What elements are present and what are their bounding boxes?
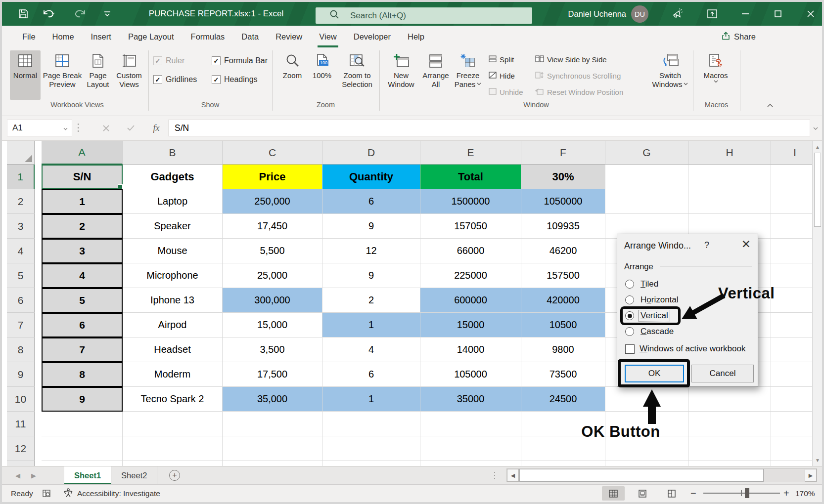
avatar[interactable]: DU (631, 5, 648, 23)
cell-E8[interactable]: 14000 (420, 337, 521, 362)
switch-windows-button[interactable]: Switch Windows (650, 50, 690, 100)
feedback-megaphone-icon[interactable] (667, 2, 688, 26)
row-header-8[interactable]: 8 (7, 337, 35, 362)
ribbon-display-options-icon[interactable] (701, 2, 723, 26)
cell-F10[interactable]: 24500 (521, 387, 605, 412)
cell-H13[interactable] (688, 461, 771, 466)
cell-B13[interactable] (123, 461, 223, 466)
column-header-d[interactable]: D (322, 141, 420, 165)
cell-A10[interactable]: 9 (42, 387, 123, 412)
sheet-tab-sheet2[interactable]: Sheet2 (111, 466, 157, 484)
freeze-panes-button[interactable]: Freeze Panes (452, 50, 484, 100)
cell-E13[interactable] (420, 461, 521, 466)
select-all-corner[interactable] (7, 141, 35, 165)
ribbon-tab-insert[interactable]: Insert (83, 26, 120, 47)
ribbon-tab-file[interactable]: File (14, 26, 44, 47)
column-header-b[interactable]: B (123, 141, 223, 165)
cell-H12[interactable] (688, 436, 771, 461)
cell-D4[interactable]: 12 (322, 239, 420, 263)
cell-C4[interactable]: 5,500 (223, 239, 322, 263)
cell-A12[interactable] (42, 436, 123, 461)
zoom-button[interactable]: Zoom (277, 50, 308, 100)
split-button[interactable]: Split (489, 53, 514, 65)
column-header-i[interactable]: I (771, 141, 812, 165)
custom-views-button[interactable]: Custom Views (113, 50, 145, 100)
cell-I6[interactable] (771, 288, 812, 313)
cell-I11[interactable] (771, 412, 812, 436)
cell-E1[interactable]: Total (420, 165, 521, 189)
zoom-slider-thumb[interactable] (745, 488, 749, 498)
cell-I2[interactable] (771, 189, 812, 214)
radio-option-tiled[interactable]: Tiled (625, 276, 680, 292)
vertical-scrollbar[interactable]: ▲ ▼ (812, 141, 822, 466)
cell-I7[interactable] (771, 313, 812, 337)
cell-A13[interactable] (42, 461, 123, 466)
cell-F1[interactable]: 30% (521, 165, 605, 189)
row-header-3[interactable]: 3 (7, 214, 35, 239)
ribbon-tab-developer[interactable]: Developer (345, 26, 399, 47)
radio-option-cascade[interactable]: Cascade (625, 324, 680, 339)
cell-B7[interactable]: Airpod (123, 313, 223, 337)
column-header-h[interactable]: H (688, 141, 771, 165)
row-header-12[interactable]: 12 (7, 436, 35, 461)
cell-E2[interactable]: 1500000 (420, 189, 521, 214)
zoom-100-button[interactable]: 100 100% (309, 50, 335, 100)
cell-B2[interactable]: Laptop (123, 189, 223, 214)
cell-I12[interactable] (771, 436, 812, 461)
cell-C2[interactable]: 250,000 (223, 189, 322, 214)
ribbon-tab-page-layout[interactable]: Page Layout (120, 26, 183, 47)
cell-B3[interactable]: Speaker (123, 214, 223, 239)
cell-E12[interactable] (420, 436, 521, 461)
cell-I10[interactable] (771, 387, 812, 412)
column-header-a[interactable]: A (42, 141, 123, 165)
cell-A8[interactable]: 7 (42, 337, 123, 362)
cell-C1[interactable]: Price (223, 165, 322, 189)
windows-of-active-workbook-checkbox[interactable]: Windows of active workbook (625, 341, 745, 357)
user-name[interactable]: Daniel Uchenna (545, 2, 626, 26)
close-button[interactable] (802, 2, 819, 26)
quick-access-toolbar-dropdown-icon[interactable] (99, 2, 116, 26)
cell-F4[interactable]: 46200 (521, 239, 605, 263)
cell-C12[interactable] (223, 436, 322, 461)
radio-option-horizontal[interactable]: Horizontal (625, 292, 680, 308)
cell-A5[interactable]: 4 (42, 263, 123, 288)
cell-B8[interactable]: Headset (123, 337, 223, 362)
new-sheet-button[interactable]: + (169, 470, 180, 481)
cell-D13[interactable] (322, 461, 420, 466)
cell-E5[interactable]: 225000 (420, 263, 521, 288)
cell-D6[interactable]: 2 (322, 288, 420, 313)
cell-C5[interactable]: 25,000 (223, 263, 322, 288)
cell-A1[interactable]: S/N (42, 165, 123, 189)
cell-C10[interactable]: 35,000 (223, 387, 322, 412)
cancel-button[interactable]: Cancel (691, 365, 754, 382)
cell-H10[interactable] (688, 387, 771, 412)
ribbon-tab-help[interactable]: Help (399, 26, 433, 47)
ribbon-tab-formulas[interactable]: Formulas (183, 26, 233, 47)
cell-B5[interactable]: Microphone (123, 263, 223, 288)
cell-A4[interactable]: 3 (42, 239, 123, 263)
cell-E9[interactable]: 105000 (420, 362, 521, 387)
cell-D9[interactable]: 6 (322, 362, 420, 387)
search-input[interactable]: Search (Alt+Q) (316, 7, 532, 24)
cell-B12[interactable] (123, 436, 223, 461)
macros-button[interactable]: Macros (699, 50, 732, 100)
cell-A7[interactable]: 6 (42, 313, 123, 337)
vertical-scrollbar-thumb[interactable] (814, 153, 821, 227)
cell-A3[interactable]: 2 (42, 214, 123, 239)
cell-B4[interactable]: Mouse (123, 239, 223, 263)
horizontal-scrollbar-thumb[interactable] (519, 469, 764, 482)
cell-F9[interactable]: 73500 (521, 362, 605, 387)
cell-H1[interactable] (688, 165, 771, 189)
ribbon-tab-data[interactable]: Data (233, 26, 267, 47)
checkbox-headings[interactable]: ✓Headings (212, 75, 268, 84)
cell-E10[interactable]: 35000 (420, 387, 521, 412)
arrange-all-button[interactable]: Arrange All (420, 50, 451, 100)
cell-C7[interactable]: 15,000 (223, 313, 322, 337)
page-layout-view-button[interactable]: Page Layout (84, 50, 112, 100)
column-header-e[interactable]: E (420, 141, 521, 165)
view-side-by-side-button[interactable]: View Side by Side (535, 53, 607, 65)
cell-A2[interactable]: 1 (42, 189, 123, 214)
cell-E3[interactable]: 157050 (420, 214, 521, 239)
cell-F6[interactable]: 420000 (521, 288, 605, 313)
column-header-f[interactable]: F (521, 141, 605, 165)
